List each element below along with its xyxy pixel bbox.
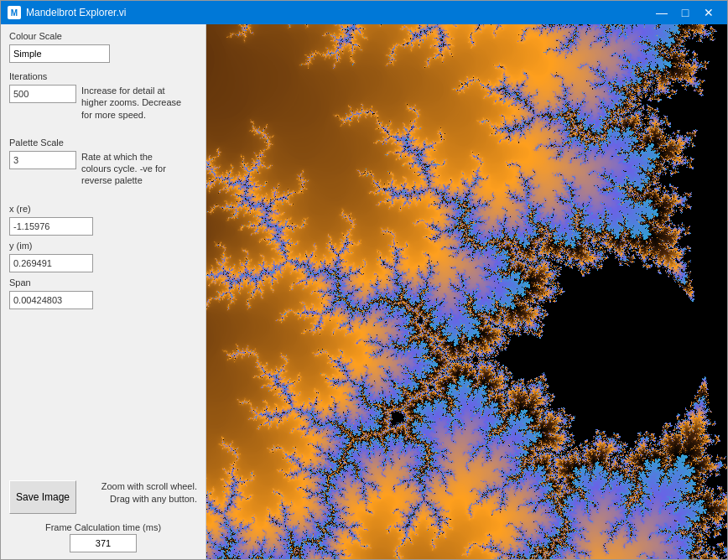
save-image-button[interactable]: Save Image — [9, 480, 76, 514]
colour-scale-label: Colour Scale — [9, 31, 197, 41]
palette-scale-group: Palette Scale Rate at which the colours … — [9, 137, 197, 187]
iterations-group: Iterations Increase for detail at higher… — [9, 71, 197, 121]
iterations-label: Iterations — [9, 71, 197, 81]
iterations-row: Increase for detail at higher zooms. Dec… — [9, 85, 197, 121]
calc-time-row: Frame Calculation time (ms) 371 — [9, 522, 197, 552]
content-area: Colour Scale Iterations Increase for det… — [1, 24, 727, 559]
zoom-hint: Zoom with scroll wheel. Drag with any bu… — [85, 480, 197, 506]
y-im-input[interactable] — [9, 254, 93, 272]
calc-time-value: 371 — [70, 534, 137, 552]
palette-scale-label: Palette Scale — [9, 137, 197, 148]
calc-time-label: Frame Calculation time (ms) — [45, 522, 161, 532]
fractal-canvas[interactable] — [206, 24, 727, 559]
sidebar: Colour Scale Iterations Increase for det… — [1, 24, 206, 559]
iterations-hint: Increase for detail at higher zooms. Dec… — [81, 85, 182, 121]
fractal-display[interactable] — [206, 24, 727, 559]
maximize-button[interactable]: □ — [673, 1, 697, 24]
y-im-group: y (im) — [9, 241, 197, 272]
titlebar: M Mandelbrot Explorer.vi — □ ✕ — [1, 1, 727, 24]
titlebar-controls: — □ ✕ — [650, 1, 720, 24]
x-re-input[interactable] — [9, 217, 93, 236]
x-re-group: x (re) — [9, 204, 197, 236]
colour-scale-group: Colour Scale — [9, 31, 197, 63]
palette-scale-hint: Rate at which the colours cycle. -ve for… — [81, 151, 182, 187]
iterations-input[interactable] — [9, 85, 76, 103]
span-group: Span — [9, 277, 197, 309]
palette-scale-row: Rate at which the colours cycle. -ve for… — [9, 151, 197, 187]
app-icon: M — [8, 6, 21, 19]
save-row: Save Image Zoom with scroll wheel. Drag … — [9, 480, 197, 514]
colour-scale-input[interactable] — [9, 44, 110, 63]
minimize-button[interactable]: — — [650, 1, 673, 24]
palette-scale-input[interactable] — [9, 151, 76, 169]
titlebar-left: M Mandelbrot Explorer.vi — [8, 6, 126, 19]
close-button[interactable]: ✕ — [697, 1, 720, 24]
window-title: Mandelbrot Explorer.vi — [26, 7, 126, 18]
span-label: Span — [9, 277, 197, 288]
y-im-label: y (im) — [9, 241, 197, 251]
x-re-label: x (re) — [9, 204, 197, 214]
bottom-area: Save Image Zoom with scroll wheel. Drag … — [9, 472, 197, 552]
main-window: M Mandelbrot Explorer.vi — □ ✕ Colour Sc… — [0, 0, 728, 560]
span-input[interactable] — [9, 291, 93, 309]
